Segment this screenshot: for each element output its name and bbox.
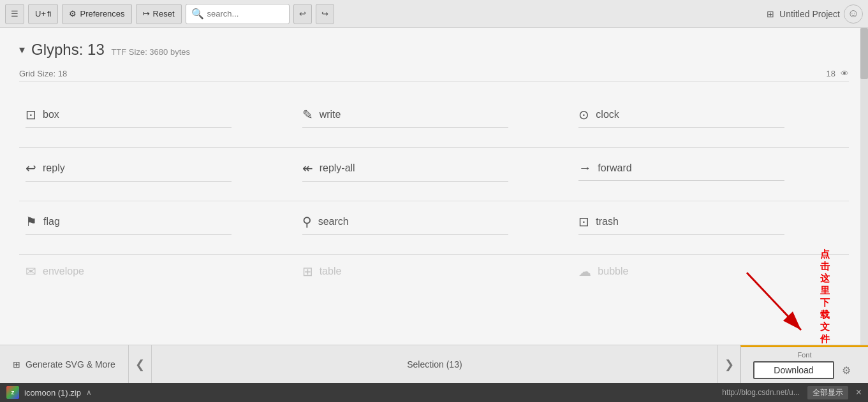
glyph-item-envelope[interactable]: ✉ envelope	[19, 257, 296, 279]
glyph-item-table[interactable]: ⊞ table	[296, 257, 573, 279]
glyph-name: table	[320, 266, 342, 277]
text-format-button[interactable]: U+ fi	[28, 4, 58, 24]
glyph-name: box	[43, 109, 59, 120]
glyph-name: write	[320, 109, 341, 120]
grid-size-value: 18	[827, 69, 835, 78]
trash-icon: ⊡	[578, 214, 589, 229]
glyph-name: bubble	[598, 266, 628, 277]
box-icon: ⊡	[26, 107, 36, 122]
prev-arrow-button[interactable]: ❮	[129, 345, 152, 383]
status-bar: Z icomoon (1).zip ∧ http://blog.csdn.net…	[0, 383, 868, 402]
glyphs-title: Glyphs: 13 TTF Size: 3680 bytes	[31, 41, 190, 59]
preferences-label: Preferences	[80, 9, 124, 18]
glyph-name: reply	[43, 162, 65, 174]
redo-button[interactable]: ↪	[316, 4, 334, 24]
ttf-size: TTF Size: 3680 bytes	[111, 47, 190, 57]
search-box[interactable]: 🔍	[186, 4, 290, 24]
reset-label: Reset	[153, 9, 175, 18]
collapse-chevron[interactable]: ▾	[19, 43, 25, 57]
glyph-separator	[26, 127, 232, 128]
glyph-item-reply[interactable]: ↩ reply	[19, 148, 296, 201]
glyph-name-row: ⊡ box	[26, 107, 59, 122]
glyph-separator	[578, 234, 784, 235]
glyph-name-row: ↞ reply-all	[302, 161, 355, 176]
status-right: http://blog.csdn.net/u... 全部显示 ×	[722, 386, 862, 399]
menu-button[interactable]: ☰	[5, 4, 24, 24]
glyph-separator	[578, 180, 784, 181]
flag-icon: ⚑	[26, 214, 37, 229]
glyph-name-row: → forward	[578, 161, 631, 175]
font-section: Font Download ⚙	[740, 345, 868, 383]
project-name: Untitled Project	[779, 9, 840, 19]
settings-gear-icon[interactable]: ⚙	[837, 362, 856, 379]
glyph-item-bubble[interactable]: ☁ bubble	[572, 257, 849, 279]
user-avatar[interactable]: ☺	[844, 4, 863, 24]
glyph-name-row: ⊞ table	[302, 264, 342, 279]
glyph-item-trash[interactable]: ⊡ trash	[572, 201, 849, 255]
write-icon: ✎	[302, 107, 313, 122]
glyph-separator	[302, 127, 508, 128]
glyph-name-row: ☁ bubble	[578, 264, 628, 279]
glyph-name-row: ⚲ search	[302, 214, 349, 229]
reply-all-icon: ↞	[302, 161, 313, 176]
glyphs-count: 13	[87, 41, 105, 58]
glyph-item-box[interactable]: ⊡ box	[19, 94, 296, 148]
reply-icon: ↩	[26, 161, 36, 176]
redo-icon: ↪	[321, 9, 328, 18]
search-icon: ⚲	[302, 214, 312, 229]
glyph-item-forward[interactable]: → forward	[572, 148, 849, 201]
project-info: ⊞ Untitled Project	[767, 9, 840, 19]
generate-label: Generate SVG & More	[26, 359, 115, 370]
selection-info: Selection (13)	[152, 359, 717, 370]
show-all-button[interactable]: 全部显示	[807, 386, 848, 399]
generate-button[interactable]: ⊞ Generate SVG & More	[0, 345, 129, 383]
glyph-name: forward	[598, 162, 631, 174]
glyph-name: reply-all	[320, 162, 355, 174]
bottom-bar: ⊞ Generate SVG & More ❮ Selection (13) ❯…	[0, 345, 868, 383]
bubble-icon: ☁	[578, 264, 591, 279]
glyph-separator	[302, 181, 508, 182]
glyph-separator	[578, 127, 784, 128]
glyph-grid: ⊡ box ✎ write ⊙ clock ↩ reply	[19, 94, 849, 255]
clock-icon: ⊙	[578, 107, 589, 122]
toolbar: ☰ U+ fi ⚙ Preferences ↦ Reset 🔍 ↩ ↪ ⊞ Un…	[0, 0, 868, 28]
font-label: Font	[797, 351, 811, 359]
glyphs-word: Glyphs:	[31, 41, 83, 58]
scrollbar[interactable]	[860, 28, 868, 383]
grid-size-label: Grid Size: 18	[19, 69, 67, 78]
scrollbar-thumb[interactable]	[860, 28, 868, 79]
status-left: Z icomoon (1).zip ∧	[6, 386, 92, 399]
grid-size-row: Grid Size: 18 18 👁	[19, 69, 849, 82]
glyph-name-row: ⊡ trash	[578, 214, 619, 229]
glyph-item-search[interactable]: ⚲ search	[296, 201, 573, 255]
glyph-item-flag[interactable]: ⚑ flag	[19, 201, 296, 255]
undo-icon: ↩	[299, 9, 306, 18]
reset-button[interactable]: ↦ Reset	[136, 4, 182, 24]
glyph-name-row: ↩ reply	[26, 161, 65, 176]
zip-icon: Z	[6, 386, 19, 399]
glyph-item-clock[interactable]: ⊙ clock	[572, 94, 849, 148]
table-icon: ⊞	[302, 264, 313, 279]
undo-button[interactable]: ↩	[293, 4, 312, 24]
glyph-item-reply-all[interactable]: ↞ reply-all	[296, 148, 573, 201]
grid-size-controls: 18 👁	[827, 69, 849, 78]
glyph-name: search	[318, 216, 349, 227]
smiley-icon: ☺	[848, 7, 859, 20]
preferences-button[interactable]: ⚙ Preferences	[62, 4, 131, 24]
search-input[interactable]	[207, 9, 284, 18]
zip-chevron-icon[interactable]: ∧	[86, 388, 92, 397]
forward-icon: →	[578, 161, 591, 175]
glyph-separator	[26, 234, 232, 235]
eye-icon[interactable]: 👁	[841, 69, 849, 78]
right-arrow-icon: ❯	[725, 357, 734, 371]
menu-icon: ☰	[11, 9, 18, 18]
partial-glyph-row: ✉ envelope ⊞ table ☁ bubble	[19, 257, 849, 279]
glyph-name-row: ✎ write	[302, 107, 341, 122]
glyph-item-write[interactable]: ✎ write	[296, 94, 573, 148]
glyph-separator	[302, 234, 508, 235]
download-button[interactable]: Download	[753, 361, 834, 379]
envelope-icon: ✉	[26, 264, 36, 279]
close-status-button[interactable]: ×	[856, 387, 862, 398]
glyph-name: trash	[596, 216, 619, 227]
next-arrow-button[interactable]: ❯	[717, 345, 740, 383]
